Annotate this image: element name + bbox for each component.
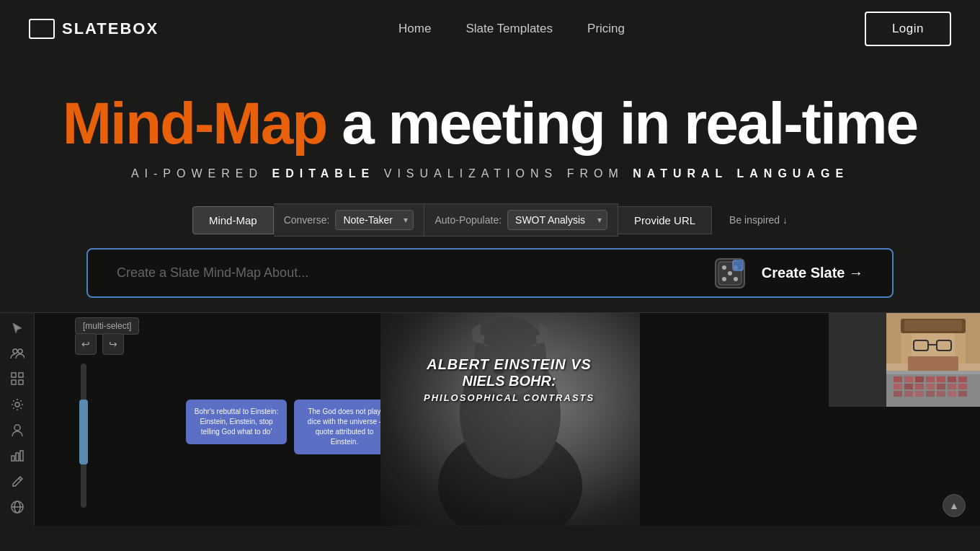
users-icon[interactable] <box>9 348 26 359</box>
canvas-preview: ? [multi-select] ↩ ↪ Bohr's rebuttal to … <box>0 312 980 526</box>
nav-link-slate-templates[interactable]: Slate Templates <box>466 22 553 36</box>
gear-icon[interactable] <box>9 398 26 411</box>
create-slate-label: Create Slate → <box>762 265 863 281</box>
svg-rect-47 <box>937 376 945 382</box>
card-god-text: The God does not play dice with the univ… <box>308 407 381 446</box>
svg-point-10 <box>18 349 22 353</box>
svg-rect-46 <box>926 376 935 382</box>
autopopulate-label: Auto-Populate: <box>435 214 502 226</box>
svg-rect-59 <box>915 391 924 397</box>
card-bohr-text: Bohr's rebuttal to Einstein: Einstein, E… <box>195 407 278 436</box>
autopopulate-select-wrapper: SWOT Analysis Mind Map Flow Chart Org Ch… <box>507 210 607 230</box>
svg-rect-42 <box>886 371 980 374</box>
hero-section: Mind-Map a meeting in real-time AI-POWER… <box>0 58 980 180</box>
svg-rect-45 <box>915 376 924 382</box>
svg-point-16 <box>14 425 20 431</box>
svg-rect-36 <box>904 320 962 331</box>
be-inspired-button[interactable]: Be inspired ↓ <box>729 214 788 226</box>
svg-rect-56 <box>958 384 967 389</box>
autopopulate-select[interactable]: SWOT Analysis Mind Map Flow Chart Org Ch… <box>507 210 607 230</box>
slate-text-input[interactable] <box>102 250 698 296</box>
einstein-image-area: ALBERT EINSTEIN VS NIELS BOHR: PHILOSOPH… <box>380 313 640 526</box>
svg-rect-48 <box>948 376 956 382</box>
undo-redo-bar: ↩ ↪ <box>75 333 124 355</box>
multiselect-label: [multi-select] <box>83 321 131 331</box>
svg-rect-43 <box>894 376 902 382</box>
svg-point-2 <box>722 265 726 270</box>
logo[interactable]: SLATEBOX <box>29 19 159 39</box>
pencil-icon[interactable] <box>9 475 26 488</box>
svg-rect-62 <box>948 391 956 397</box>
converse-label: Converse: <box>284 214 330 226</box>
svg-rect-19 <box>20 451 23 461</box>
nav-link-pricing[interactable]: Pricing <box>587 22 625 36</box>
chart-icon[interactable] <box>9 450 26 462</box>
einstein-line1: ALBERT EINSTEIN VS <box>424 356 594 373</box>
cursor-tool-icon[interactable] <box>9 322 26 335</box>
svg-point-5 <box>734 277 738 281</box>
hero-subtitle-plain: AI-POWERED <box>131 167 263 180</box>
hero-title-orange: Mind-Map <box>63 90 327 156</box>
svg-rect-49 <box>958 376 967 382</box>
multiselect-bar[interactable]: [multi-select] <box>75 317 139 335</box>
converse-select[interactable]: Note-Taker Brainstorm Interview Debate <box>335 210 414 230</box>
einstein-line3: PHILOSOPHICAL CONTRASTS <box>424 392 594 403</box>
grid-icon[interactable] <box>9 372 26 385</box>
canvas-content: [multi-select] ↩ ↪ Bohr's rebuttal to Ei… <box>35 313 980 526</box>
hero-subtitle-plain2: VISUALIZATIONS FROM <box>384 167 624 180</box>
svg-rect-17 <box>12 456 14 461</box>
svg-point-15 <box>15 402 19 407</box>
logo-box-icon <box>29 19 55 39</box>
create-slate-button[interactable]: Create Slate → <box>762 265 863 281</box>
converse-group: Converse: Note-Taker Brainstorm Intervie… <box>274 203 425 237</box>
svg-rect-44 <box>904 376 913 382</box>
hero-subtitle: AI-POWERED EDITABLE VISUALIZATIONS FROM … <box>29 167 951 180</box>
nav-link-home[interactable]: Home <box>398 22 431 36</box>
navbar: SLATEBOX Home Slate Templates Pricing Lo… <box>0 0 980 58</box>
canvas-toolbar: ? <box>0 313 35 526</box>
svg-point-9 <box>13 349 17 353</box>
undo-button[interactable]: ↩ <box>75 333 97 355</box>
globe-icon[interactable] <box>9 501 26 513</box>
provide-url-button[interactable]: Provide URL <box>618 206 712 234</box>
svg-rect-18 <box>16 453 19 461</box>
hero-subtitle-bold2: NATURAL LANGUAGE <box>633 167 849 180</box>
einstein-text-overlay: ALBERT EINSTEIN VS NIELS BOHR: PHILOSOPH… <box>424 356 594 403</box>
svg-rect-61 <box>937 391 945 397</box>
mindmap-tab[interactable]: Mind-Map <box>192 206 274 234</box>
controls-bar: Mind-Map Converse: Note-Taker Brainstorm… <box>0 203 980 237</box>
svg-rect-14 <box>19 380 23 384</box>
svg-rect-58 <box>904 391 913 397</box>
card-bohr[interactable]: Bohr's rebuttal to Einstein: Einstein, E… <box>186 400 287 444</box>
zoom-slider-track <box>81 363 86 508</box>
svg-rect-7 <box>733 260 743 270</box>
redo-button[interactable]: ↪ <box>102 333 124 355</box>
svg-rect-13 <box>12 380 16 384</box>
svg-rect-51 <box>904 384 913 389</box>
card-god[interactable]: The God does not play dice with the univ… <box>294 400 395 454</box>
person-icon[interactable] <box>9 424 26 437</box>
hero-title-white: a meeting in real-time <box>326 90 917 156</box>
nav-links: Home Slate Templates Pricing <box>398 22 625 36</box>
dice-area: Create Slate → <box>698 256 878 291</box>
hero-title: Mind-Map a meeting in real-time <box>29 92 951 154</box>
svg-rect-63 <box>958 391 967 397</box>
zoom-slider-thumb[interactable] <box>79 400 88 464</box>
scroll-up-button[interactable]: ▲ <box>943 494 966 517</box>
converse-select-wrapper: Note-Taker Brainstorm Interview Debate <box>335 210 414 230</box>
svg-rect-55 <box>948 384 956 389</box>
svg-rect-50 <box>894 384 902 389</box>
svg-rect-52 <box>915 384 924 389</box>
svg-rect-60 <box>926 391 935 397</box>
scroll-up-icon: ▲ <box>949 500 959 511</box>
svg-rect-54 <box>937 384 945 389</box>
thumbnail-area <box>886 313 980 407</box>
autopopulate-group: Auto-Populate: SWOT Analysis Mind Map Fl… <box>424 203 618 237</box>
svg-rect-53 <box>926 384 935 389</box>
svg-rect-11 <box>12 373 16 377</box>
dice-icon[interactable] <box>713 256 747 291</box>
einstein-background <box>380 313 640 526</box>
login-button[interactable]: Login <box>865 12 951 46</box>
hero-subtitle-bold1: EDITABLE <box>272 167 375 180</box>
logo-text: SLATEBOX <box>62 19 159 38</box>
